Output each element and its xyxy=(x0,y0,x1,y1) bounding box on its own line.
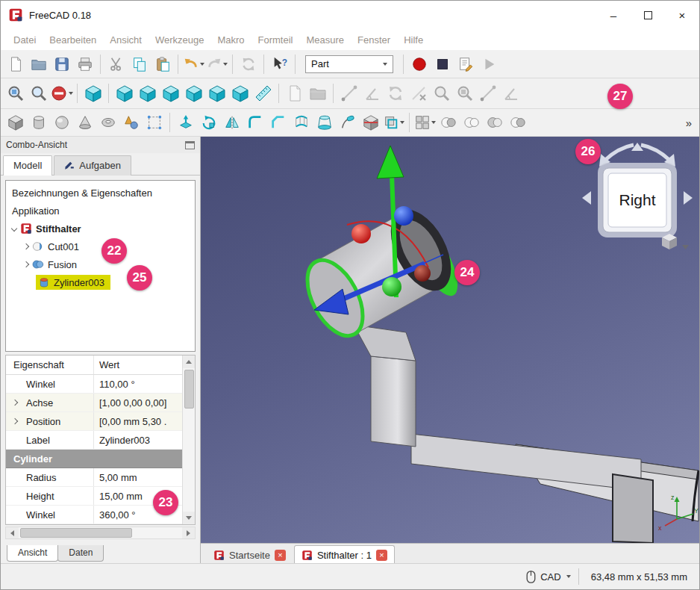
gizmo-handle-red[interactable] xyxy=(351,224,371,243)
part-torus-button[interactable] xyxy=(96,111,119,134)
menu-hilfe[interactable]: Hilfe xyxy=(397,31,430,49)
fit-all-button[interactable] xyxy=(4,82,27,105)
print-button[interactable] xyxy=(73,53,96,75)
part-intersection-button[interactable] xyxy=(506,111,529,134)
navcube-face-right[interactable]: Right xyxy=(598,163,677,237)
scroll-right-button[interactable] xyxy=(182,527,195,538)
horizontal-scrollbar[interactable] xyxy=(5,527,196,539)
tree-item-zylinder003[interactable]: Zylinder003 xyxy=(6,273,195,291)
property-row-position[interactable]: Position [0,00 mm 5,30 . xyxy=(6,412,182,431)
measure-settings-button[interactable] xyxy=(499,82,522,105)
save-button[interactable] xyxy=(50,53,73,75)
scroll-up-button[interactable] xyxy=(183,355,195,368)
expander-right-icon[interactable] xyxy=(23,243,29,249)
tab-ansicht[interactable]: Ansicht xyxy=(7,545,58,562)
macro-stop-button[interactable] xyxy=(431,53,454,75)
part-extrude-button[interactable] xyxy=(174,111,197,134)
part-cut-button[interactable] xyxy=(460,111,483,134)
doc-tab-stifthalter[interactable]: Stifthalter : 1 × xyxy=(294,545,395,565)
macro-dialog-button[interactable] xyxy=(454,53,477,75)
vertical-scrollbar-thumb[interactable] xyxy=(184,370,194,409)
vertical-scrollbar[interactable] xyxy=(182,355,195,524)
tab-daten[interactable]: Daten xyxy=(57,545,104,562)
copy-button[interactable] xyxy=(128,53,151,75)
gizmo-handle-darkred[interactable] xyxy=(414,265,431,282)
expander-right-icon[interactable] xyxy=(12,418,18,424)
measure-clear-button[interactable] xyxy=(407,82,430,105)
menu-bearbeiten[interactable]: Bearbeiten xyxy=(43,31,103,49)
maximize-button[interactable] xyxy=(631,1,665,29)
measure-toggle-3d-button[interactable] xyxy=(430,82,453,105)
refresh-button[interactable] xyxy=(237,53,260,75)
property-group-cylinder[interactable]: Cylinder xyxy=(6,450,182,468)
tab-close-icon[interactable]: × xyxy=(376,550,387,561)
menu-werkzeuge[interactable]: Werkzeuge xyxy=(149,31,211,49)
part-box-button[interactable] xyxy=(4,111,27,134)
model-arm[interactable] xyxy=(354,325,653,543)
link-make-button[interactable] xyxy=(283,82,306,105)
part-revolve-button[interactable] xyxy=(197,111,220,134)
gizmo-handle-blue[interactable] xyxy=(394,206,413,226)
measure-refresh-button[interactable] xyxy=(384,82,407,105)
tree-item-document[interactable]: Stifthalter xyxy=(6,220,195,237)
navcube-right-arrow[interactable] xyxy=(684,191,693,205)
part-ruled-surface-button[interactable] xyxy=(290,111,313,134)
scroll-down-button[interactable] xyxy=(183,512,195,524)
horizontal-scrollbar-thumb[interactable] xyxy=(20,528,132,538)
toolbar-overflow-button[interactable]: » xyxy=(681,117,696,129)
view-left-button[interactable] xyxy=(228,82,251,105)
undock-panel-icon[interactable] xyxy=(185,141,195,149)
tree-item-cut001[interactable]: Cut001 xyxy=(6,237,195,255)
view-top-button[interactable] xyxy=(136,82,159,105)
scroll-left-button[interactable] xyxy=(6,527,19,538)
selected-tree-item-highlight[interactable]: Zylinder003 xyxy=(36,275,110,290)
part-union-button[interactable] xyxy=(483,111,506,134)
part-sphere-button[interactable] xyxy=(50,111,73,134)
close-button[interactable]: × xyxy=(665,1,699,29)
measure-toggle-all-button[interactable] xyxy=(476,82,499,105)
part-offset-button[interactable] xyxy=(382,111,405,134)
open-document-button[interactable] xyxy=(27,53,50,75)
paste-button[interactable] xyxy=(151,53,174,75)
undo-button[interactable] xyxy=(182,53,205,75)
navcube-mini-cube-icon[interactable] xyxy=(662,234,689,249)
macro-record-button[interactable] xyxy=(407,53,431,75)
measure-linear-button[interactable] xyxy=(337,82,360,105)
part-compound-button[interactable] xyxy=(413,111,437,134)
viewport-3d[interactable]: z Y x xyxy=(201,137,700,565)
tab-modell[interactable]: Modell xyxy=(3,155,52,176)
expander-down-icon[interactable] xyxy=(11,226,17,232)
part-fillet-button[interactable] xyxy=(243,111,266,134)
fit-selection-button[interactable] xyxy=(27,82,50,105)
tab-close-icon[interactable]: × xyxy=(275,550,286,561)
property-row-winkel[interactable]: Winkel 110,00 ° xyxy=(6,375,182,394)
view-axonometric-button[interactable] xyxy=(81,82,104,105)
nav-style-selector[interactable]: CAD xyxy=(526,570,570,584)
menu-formteil[interactable]: Formteil xyxy=(251,31,300,49)
menu-makro[interactable]: Makro xyxy=(210,31,251,49)
model-cylinder[interactable] xyxy=(296,199,467,344)
property-row-label[interactable]: Label Zylinder003 xyxy=(6,431,182,450)
navcube-left-arrow[interactable] xyxy=(582,191,591,205)
navcube-menu-dropdown-icon[interactable] xyxy=(682,245,689,249)
doc-tab-startseite[interactable]: Startseite × xyxy=(207,545,293,565)
view-rear-button[interactable] xyxy=(182,82,205,105)
minimize-button[interactable]: – xyxy=(596,1,631,29)
part-cylinder-button[interactable] xyxy=(27,111,50,134)
gizmo-handle-green[interactable] xyxy=(382,277,401,296)
view-front-button[interactable] xyxy=(113,82,136,105)
measure-angular-button[interactable] xyxy=(360,82,384,105)
column-header-wert[interactable]: Wert xyxy=(94,359,182,370)
property-row-achse[interactable]: Achse [1,00 0,00 0,00] xyxy=(6,394,182,412)
gizmo-arrow-green-head[interactable] xyxy=(377,146,404,178)
tree-item-fusion[interactable]: Fusion xyxy=(6,255,195,273)
part-cone-button[interactable] xyxy=(73,111,96,134)
redo-button[interactable] xyxy=(205,53,228,75)
undo-dropdown-icon[interactable] xyxy=(200,63,204,66)
draw-style-button[interactable] xyxy=(50,82,73,105)
part-section-button[interactable] xyxy=(359,111,382,134)
menu-ansicht[interactable]: Ansicht xyxy=(103,31,149,49)
new-document-button[interactable] xyxy=(4,53,27,75)
part-sweep-button[interactable] xyxy=(336,111,359,134)
compound-dropdown-icon[interactable] xyxy=(431,121,436,124)
